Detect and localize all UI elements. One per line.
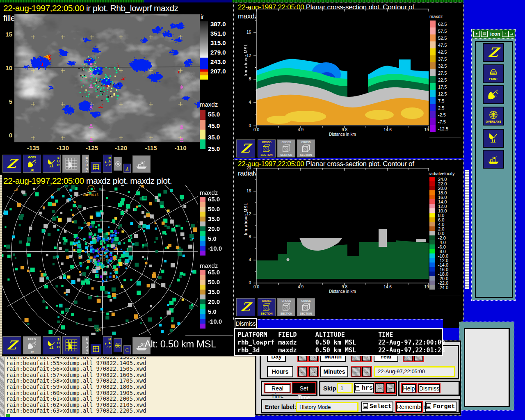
skip-back-button[interactable]: ← [375, 383, 384, 393]
select-menu-button[interactable]: Select [361, 402, 393, 412]
sat-x-tick: -125 [82, 144, 102, 151]
map-button[interactable]: MAP [103, 155, 112, 173]
bounds-button[interactable]: BOUNDS [82, 155, 89, 173]
colorbar-segment [429, 276, 435, 281]
colorbar-segment [429, 226, 435, 231]
buoy-button[interactable] [123, 164, 131, 173]
cross-section-button-3[interactable]: CROSSSECTION [297, 298, 315, 316]
platform-dismiss-button[interactable]: Dismiss [235, 318, 257, 329]
time-value-field[interactable]: 22-Aug-97,22:05:00 [374, 366, 455, 377]
label-value-field[interactable]: History Mode [296, 402, 358, 412]
xsec1-plot[interactable] [251, 6, 434, 134]
ship-button-glyph [135, 158, 148, 170]
grid-radar-button[interactable] [62, 155, 80, 173]
surveillance-button[interactable]: SUR [43, 155, 61, 173]
window-menu-circle-icon[interactable]: ● [473, 31, 480, 37]
dismiss-button[interactable]: Dismiss [418, 384, 440, 393]
terminal-line: rain:beaufait:57>xdump.all 970822.1605.x… [6, 372, 146, 378]
x-tick-label: 9.8 [336, 285, 353, 289]
small-grid-button[interactable] [91, 162, 101, 173]
xsec2-plot[interactable] [251, 165, 434, 291]
colorbar-segment [430, 90, 436, 97]
icon-label-vertical: MAP [108, 338, 111, 349]
colorbar-segment [200, 280, 205, 285]
y-tick-label: 12 [242, 212, 251, 216]
cross-section-button-1[interactable]: CROSSSECTION [258, 298, 276, 316]
desktop: 22-aug-1997,22:05:00 ir plot. Rhb_lowprf… [0, 0, 525, 420]
surveillance-button[interactable]: SUR [43, 336, 61, 354]
terminal-cursor[interactable] [6, 414, 10, 417]
zebra-button[interactable]: Z [236, 298, 255, 316]
cross-section-button-2-glyph [281, 143, 292, 154]
goes-ir-button[interactable]: GOES.IR [23, 336, 41, 354]
minutes-prev-button[interactable]: ← [352, 367, 361, 377]
radar-antenna-button[interactable] [483, 129, 504, 148]
overlays-wheel-button[interactable] [114, 338, 122, 352]
colorbar-segment [200, 236, 205, 241]
cross-section-button-3[interactable]: CROSSSECTION [297, 139, 315, 158]
satellite-map[interactable] [14, 14, 200, 142]
circle-button-glyph [124, 347, 130, 353]
cross-section-button-3-glyph [301, 143, 311, 154]
skip-units-menu[interactable]: hrs [354, 383, 374, 393]
colorbar-label: 351.0 [210, 30, 226, 37]
zebra-button[interactable]: Z [2, 336, 21, 354]
window-menu-icon[interactable]: ▤ [481, 31, 488, 37]
colorbar-label: 65.0 [208, 196, 220, 203]
colorbar-segment [429, 281, 435, 285]
icon-window-titlebar[interactable]: ● ▤ icon ◦ ⊐ [472, 30, 515, 39]
zebra-button[interactable]: Z [483, 43, 504, 62]
y-tick-label: 4 [242, 100, 251, 105]
window-iconify-icon[interactable]: ⊐ [509, 31, 514, 37]
overlays-wheel-button[interactable] [114, 157, 122, 171]
ship-button[interactable] [483, 150, 504, 169]
xsec1-ylabel: km above MSL [244, 43, 248, 76]
zebra-button[interactable]: Z [2, 155, 21, 173]
cross-section-button-2[interactable]: CROSSSECTION [277, 298, 295, 316]
sat-y-tick: 5 [2, 98, 12, 105]
skip-forward-button[interactable]: → [386, 383, 395, 393]
zebra-button[interactable]: Z [236, 139, 255, 158]
x-tick-label: 14.6 [379, 285, 396, 289]
colorbar-label: 7.5 [438, 98, 444, 103]
ir-colorbar [200, 21, 208, 80]
colorbar-segment [429, 190, 435, 195]
x-tick-label: 4.9 [292, 128, 309, 132]
colorbar-segment [429, 199, 435, 204]
scroll-strip[interactable] [465, 170, 469, 289]
minutes-next-button[interactable]: → [362, 367, 371, 377]
help-button[interactable]: Help [402, 384, 416, 393]
colorbar-segment [430, 118, 436, 125]
cross-section-button-1[interactable]: CROSSSECTION [258, 139, 276, 158]
divider [429, 295, 461, 295]
radar-ppi-display[interactable] [0, 185, 234, 335]
terminal-line: rain:beaufait:60>xdump.all 970822.1905.x… [6, 390, 146, 396]
forget-menu-button[interactable]: Forget [425, 402, 457, 412]
hours-prev-button[interactable]: ← [298, 367, 307, 377]
y-tick-label: 8 [242, 77, 251, 81]
terminal-scrollbar[interactable] [0, 357, 5, 417]
y-tick-label: 4 [242, 258, 251, 262]
skip-value-field[interactable]: 1 [337, 383, 353, 393]
colorbar-segment [429, 240, 435, 244]
colorbar-label: 37.5 [438, 57, 447, 62]
ship-button[interactable] [132, 155, 151, 173]
bounds-button[interactable]: BOUNDS [82, 336, 89, 354]
colorbar-segment [200, 299, 205, 304]
real-time-button[interactable]: Real Time [265, 384, 290, 393]
window-maximize-icon[interactable]: ◦ [502, 31, 509, 37]
remember-button[interactable]: Remember [396, 402, 422, 412]
circle-button[interactable] [123, 345, 131, 354]
hours-next-button[interactable]: → [309, 367, 318, 377]
grid-radar-button[interactable] [62, 336, 80, 354]
goes-ir-button[interactable]: GOES.IR [23, 155, 41, 173]
satellite-button[interactable] [483, 85, 504, 104]
terminal-window[interactable]: rain:beaufait:54>xdump.all 970822.1305.x… [0, 356, 255, 417]
set-time-button[interactable]: Set Time [292, 383, 315, 393]
cross-section-button-2[interactable]: CROSSSECTION [277, 139, 295, 158]
map-button[interactable]: MAP [103, 336, 112, 354]
overlays-button[interactable]: OVERLAYS [483, 107, 504, 126]
small-grid-button[interactable] [91, 344, 101, 354]
print-button[interactable]: PRINT [483, 64, 504, 83]
colorbar-segment [430, 97, 436, 104]
